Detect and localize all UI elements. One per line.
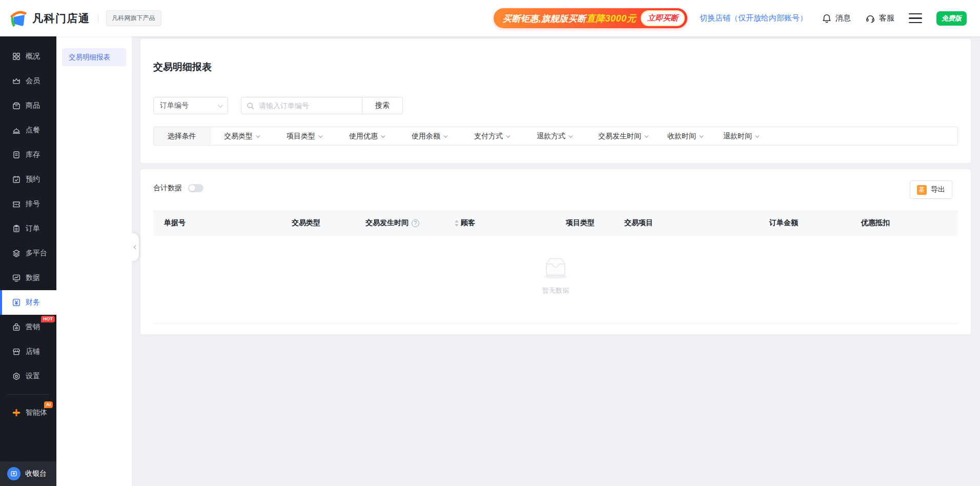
export-label: 导出 [931,185,945,194]
switch-store-link[interactable]: 切换店铺（仅开放给内部账号） [700,13,807,23]
search-icon [247,102,254,110]
sidebar-item-label: 预约 [26,175,40,184]
header-divider [98,14,98,23]
storefront-icon [12,347,21,356]
condition-refund-time[interactable]: 退款时间 [709,127,772,145]
chevron-down-icon [568,133,573,137]
condition-refund-method[interactable]: 退款方式 [523,127,585,145]
sidebar-item-overview[interactable]: 概况 [0,44,56,69]
condition-collection-time[interactable]: 收款时间 [660,127,709,145]
sidebar-item-booking[interactable]: 预约 [0,167,56,192]
sidebar-item-members[interactable]: 会员 [0,69,56,93]
export-button[interactable]: 基 导出 [910,180,952,199]
app-logo[interactable]: 凡科门店通 [8,9,90,28]
subnav-item-transaction-report[interactable]: 交易明细报表 [62,48,126,66]
condition-transaction-type[interactable]: 交易类型 [210,127,273,145]
condition-transaction-time[interactable]: 交易发生时间 [585,127,660,145]
sidebar-item-products[interactable]: 商品 [0,93,56,118]
condition-balance-used[interactable]: 使用余额 [398,127,460,145]
help-icon[interactable]: ? [412,219,419,227]
sidebar-item-label: 多平台 [26,249,47,258]
select-value: 订单编号 [160,101,189,110]
brand-tag: 凡科网旗下产品 [106,10,161,26]
gear-icon [12,372,21,381]
sidebar-item-agent[interactable]: 智能体 AI [0,400,56,425]
sum-toggle-switch[interactable] [188,184,203,192]
condition-discount-used[interactable]: 使用优惠 [335,127,398,145]
sidebar-item-dining[interactable]: 点餐 [0,118,56,143]
sidebar-collapse-handle[interactable] [132,233,139,261]
subnav-item-label: 交易明细报表 [69,53,110,62]
headset-icon [865,13,875,24]
messages-button[interactable]: 消息 [822,13,851,24]
sidebar-item-label: 概况 [26,52,40,61]
promo-highlight: 直降3000元 [586,13,637,24]
notebook-icon [12,150,21,159]
table-card: 合计数据 基 导出 单据号 交易类型 交易发生时间 ? 顾客 项目类型 交易项目… [140,169,971,334]
column-header-order-amount: 订单金额 [769,218,861,228]
header-actions: 切换店铺（仅开放给内部账号） 消息 客服 免费版 [700,11,980,26]
condition-bar: 选择条件 交易类型 项目类型 使用优惠 使用余额 支付方式 退款方式 交易发生时… [153,127,958,146]
search-input-wrap[interactable] [241,97,362,114]
search-button[interactable]: 搜索 [362,97,403,114]
primary-sidebar: 概况 会员 商品 点餐 库存 预约 排号 订单 [0,36,56,486]
column-header-discount-deduction: 优惠抵扣 [861,218,958,228]
condition-payment-method[interactable]: 支付方式 [460,127,523,145]
sidebar-item-label: 智能体 [26,408,47,417]
sort-icon[interactable] [455,220,459,227]
promo-text: 买断钜惠,旗舰版买断直降3000元 [503,12,636,25]
buy-now-button[interactable]: 立即买断 [641,10,685,26]
layers-icon [12,249,21,258]
search-field-select[interactable]: 订单编号 [153,97,228,114]
grid-icon [12,52,21,61]
search-filter-row: 订单编号 搜索 [140,97,971,114]
chevron-down-icon [755,133,759,137]
promo-banner[interactable]: 买断钜惠,旗舰版买断直降3000元 立即买断 [494,8,687,28]
secondary-sidebar: 交易明细报表 [56,36,132,486]
sidebar-item-label: 订单 [26,224,40,233]
condition-item-type[interactable]: 项目类型 [273,127,335,145]
cloche-icon [12,126,21,135]
column-header-transaction-item: 交易项目 [624,218,769,228]
hamburger-menu-icon[interactable] [909,11,922,26]
chevron-down-icon [256,133,260,137]
support-button[interactable]: 客服 [865,13,894,24]
monitor-chart-icon [12,273,21,282]
sidebar-menu: 概况 会员 商品 点餐 库存 预约 排号 订单 [0,36,56,425]
sidebar-item-inventory[interactable]: 库存 [0,143,56,167]
chevron-down-icon [318,133,322,137]
sidebar-item-settings[interactable]: 设置 [0,364,56,389]
sidebar-item-multiplatform[interactable]: 多平台 [0,241,56,266]
plan-badge[interactable]: 免费版 [936,11,967,26]
sidebar-item-label: 营销 [26,322,40,332]
search-input[interactable] [258,101,357,110]
sidebar-item-queue[interactable]: 排号 [0,192,56,216]
sidebar-item-label: 点餐 [26,126,40,135]
column-header-transaction-type: 交易类型 [292,218,365,228]
sidebar-item-marketing[interactable]: 营销 HOT [0,315,56,339]
sidebar-item-label: 数据 [26,273,40,282]
fanke-logo-icon [8,9,28,28]
page-title: 交易明细报表 [153,60,212,74]
cashier-button[interactable]: 收银台 [0,461,56,486]
sidebar-item-label: 库存 [26,150,40,159]
top-header: 凡科门店通 凡科网旗下产品 买断钜惠,旗舰版买断直降3000元 立即买断 切换店… [0,0,980,36]
column-header-transaction-time: 交易发生时间 ? [365,218,461,228]
sidebar-item-orders[interactable]: 订单 [0,216,56,241]
ai-plus-icon [12,408,21,417]
empty-text: 暂无数据 [542,286,569,295]
chevron-down-icon [699,133,703,137]
calendar-check-icon [12,175,21,184]
chevron-down-icon [644,133,648,137]
sidebar-item-store[interactable]: 店铺 [0,339,56,364]
sidebar-divider [7,394,49,395]
sum-toggle-row: 合计数据 [153,184,203,193]
table-header-row: 单据号 交易类型 交易发生时间 ? 顾客 项目类型 交易项目 订单金额 优惠抵扣 [153,210,958,236]
sidebar-item-data[interactable]: 数据 [0,266,56,290]
sidebar-item-label: 财务 [26,298,40,307]
support-label: 客服 [879,13,894,23]
chevron-down-icon [443,133,447,137]
bag-icon [12,322,21,332]
sidebar-item-finance[interactable]: 财务 [0,290,56,315]
main-content: 交易明细报表 订单编号 搜索 选择条件 交易类型 项目类型 使用优惠 使用余额 [132,36,980,486]
